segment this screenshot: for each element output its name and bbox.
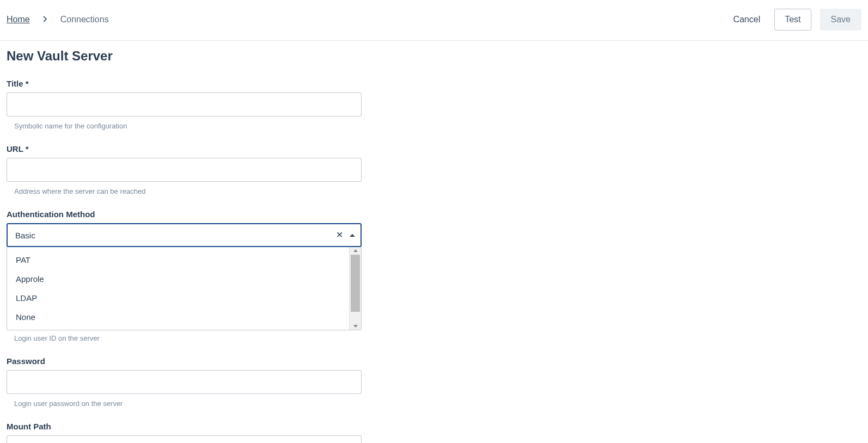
clear-icon[interactable]: ✕ [336,231,343,239]
title-hint: Symbolic name for the configuration [7,122,362,130]
url-input[interactable] [7,158,362,182]
breadcrumb-home-link[interactable]: Home [7,15,30,24]
breadcrumb-current: Connections [60,15,109,24]
auth-method-field-group: Authentication Method Basic ✕ PAT Approl… [7,210,362,342]
chevron-up-icon[interactable] [350,234,355,237]
auth-method-dropdown: PAT Approle LDAP None [7,247,362,330]
scroll-thumb[interactable] [351,255,360,312]
select-icons: ✕ [336,231,355,239]
url-label: URL * [7,144,362,153]
mount-path-field-group: Mount Path [7,422,362,443]
cancel-button[interactable]: Cancel [728,10,766,29]
dropdown-option-approle[interactable]: Approle [7,269,349,288]
breadcrumb: Home Connections [7,15,109,24]
url-field-group: URL * Address where the server can be re… [7,144,362,195]
auth-method-select[interactable]: Basic ✕ [7,223,362,247]
dropdown-option-ldap[interactable]: LDAP [7,288,349,307]
userid-hint: Login user ID on the server [7,334,362,342]
password-field-group: Password Login user password on the serv… [7,356,362,408]
auth-method-label: Authentication Method [7,210,362,219]
save-button[interactable]: Save [820,9,861,30]
url-hint: Address where the server can be reached [7,187,362,195]
dropdown-scrollbar[interactable] [349,247,361,330]
auth-method-select-wrapper: Basic ✕ PAT Approle LDAP None [7,223,362,247]
test-button[interactable]: Test [774,9,811,30]
title-label: Title * [7,79,362,88]
password-label: Password [7,356,362,366]
content: New Vault Server Title * Symbolic name f… [0,41,868,443]
dropdown-option-none[interactable]: None [7,307,349,327]
auth-method-selected-value: Basic [15,231,35,240]
password-input[interactable] [7,370,362,394]
scroll-up-icon[interactable] [353,249,358,252]
scroll-down-icon[interactable] [353,325,358,328]
title-input[interactable] [7,93,362,116]
mount-path-input[interactable] [7,435,362,443]
header-actions: Cancel Test Save [728,9,861,30]
title-field-group: Title * Symbolic name for the configurat… [7,79,362,130]
chevron-right-icon [43,15,47,24]
dropdown-list: PAT Approle LDAP None [7,247,349,330]
password-hint: Login user password on the server [7,399,362,408]
mount-path-label: Mount Path [7,422,362,431]
header-bar: Home Connections Cancel Test Save [0,0,868,41]
dropdown-option-pat[interactable]: PAT [7,250,349,269]
page-title: New Vault Server [7,48,861,64]
